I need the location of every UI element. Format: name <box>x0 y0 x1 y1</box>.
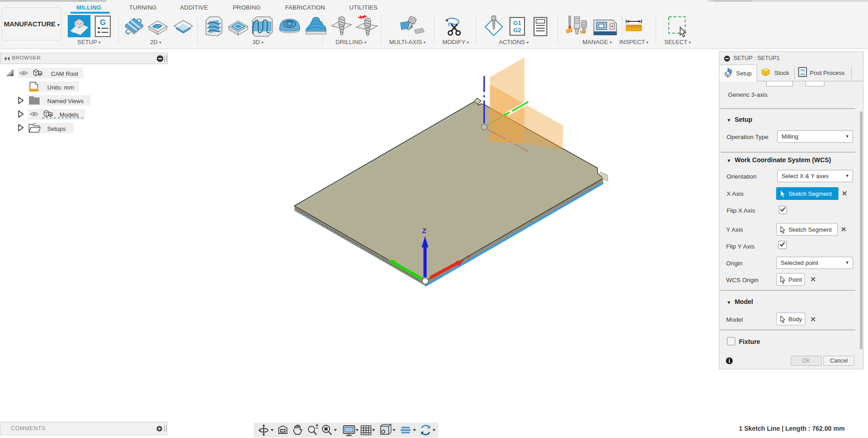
svg-text:G1: G1 <box>800 68 805 72</box>
svg-text:x: x <box>467 253 471 259</box>
svg-text:CAM Root: CAM Root <box>51 70 78 77</box>
svg-text:G1: G1 <box>513 20 521 26</box>
svg-text:Z: Z <box>422 227 426 234</box>
svg-text:Units: mm: Units: mm <box>47 84 74 91</box>
svg-text:G: G <box>100 18 105 27</box>
svg-text:G2: G2 <box>800 72 805 76</box>
svg-text:Models: Models <box>60 111 79 118</box>
svg-text:y: y <box>378 253 381 259</box>
svg-text:Named Views: Named Views <box>47 98 84 105</box>
svg-text:Setups: Setups <box>47 125 66 132</box>
svg-text:G2: G2 <box>513 27 521 34</box>
